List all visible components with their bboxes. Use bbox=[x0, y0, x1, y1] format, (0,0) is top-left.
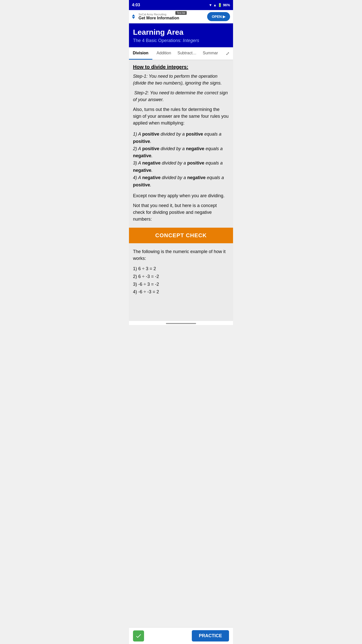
ad-arrow-icon bbox=[132, 14, 135, 19]
ad-label: Test Ad bbox=[175, 11, 187, 15]
signal-icon: ▲ bbox=[213, 3, 217, 7]
rule-3: 3) A negative divided by a positive equa… bbox=[133, 159, 229, 174]
step1-italic: Step-1: You need to perform the operatio… bbox=[133, 74, 222, 86]
numeric-examples: 1) 6 ÷ 3 = 2 2) 6 ÷ -3 = -2 3) -6 ÷ 3 = … bbox=[133, 265, 229, 296]
rule-2: 2) A positive divided by a negative equa… bbox=[133, 145, 229, 160]
step2-italic: Step-2: You need to determine the correc… bbox=[133, 90, 228, 102]
expand-button[interactable]: ⤢ bbox=[222, 47, 233, 60]
wifi-icon: ▼ bbox=[209, 3, 212, 7]
learning-area-subtitle: The 4 Basic Operations: Integers bbox=[133, 38, 229, 43]
concept-intro-text: Not that you need it, but here is a conc… bbox=[133, 202, 229, 223]
ad-content: SoCal Army Recruiting Get More Informati… bbox=[139, 13, 205, 20]
example-4: 4) -6 ÷ -3 = 2 bbox=[133, 288, 229, 296]
following-text: The following is the numeric example of … bbox=[133, 248, 229, 262]
expand-icon: ⤢ bbox=[226, 51, 230, 56]
battery-percent: 96% bbox=[223, 3, 230, 7]
home-indicator bbox=[129, 321, 233, 325]
learning-area-title: Learning Area bbox=[133, 28, 229, 36]
tab-summary[interactable]: Summar bbox=[199, 47, 222, 60]
subtitle-text: The 4 Basic Operations: bbox=[133, 38, 183, 43]
ad-banner: Test Ad SoCal Army Recruiting Get More I… bbox=[129, 10, 233, 23]
example-2: 2) 6 ÷ -3 = -2 bbox=[133, 273, 229, 280]
rules-list: 1) A positive divided by a positive equa… bbox=[133, 131, 229, 188]
time-display: 4:03 bbox=[132, 3, 140, 7]
ad-brand: SoCal Army Recruiting bbox=[139, 13, 166, 16]
main-content: How to divide integers: Step-1: You need… bbox=[129, 60, 233, 321]
learning-header: Learning Area The 4 Basic Operations: In… bbox=[129, 23, 233, 47]
section-heading: How to divide integers: bbox=[133, 64, 229, 70]
rule-4: 4) A negative divided by a negative equa… bbox=[133, 174, 229, 189]
subtitle-italic: Integers bbox=[183, 38, 199, 43]
concept-check-banner[interactable]: CONCEPT CHECK bbox=[129, 228, 233, 243]
status-icons: ▼ ▲ 🔋 96% bbox=[209, 3, 230, 7]
tab-subtraction[interactable]: Subtraction bbox=[175, 47, 199, 60]
tab-bar: Division Addition Subtraction Summar ⤢ bbox=[129, 47, 233, 60]
example-3: 3) -6 ÷ 3 = -2 bbox=[133, 280, 229, 288]
battery-icon: 🔋 bbox=[218, 3, 222, 7]
tab-division[interactable]: Division bbox=[129, 47, 152, 60]
tab-addition[interactable]: Addition bbox=[152, 47, 176, 60]
ad-title: Get More Information bbox=[139, 16, 179, 20]
rule-1: 1) A positive divided by a positive equa… bbox=[133, 131, 229, 145]
home-bar bbox=[166, 323, 196, 324]
also-text: Also, turns out the rules for determinin… bbox=[133, 106, 229, 127]
ad-open-button[interactable]: OPEN ▶ bbox=[207, 12, 230, 21]
example-1: 1) 6 ÷ 3 = 2 bbox=[133, 265, 229, 273]
status-bar: 4:03 ▼ ▲ 🔋 96% bbox=[129, 0, 233, 10]
except-text: Except now they apply when you are divid… bbox=[133, 192, 229, 199]
step1-text: Step-1: You need to perform the operatio… bbox=[133, 73, 229, 87]
step2-text: Step-2: You need to determine the correc… bbox=[133, 90, 229, 103]
